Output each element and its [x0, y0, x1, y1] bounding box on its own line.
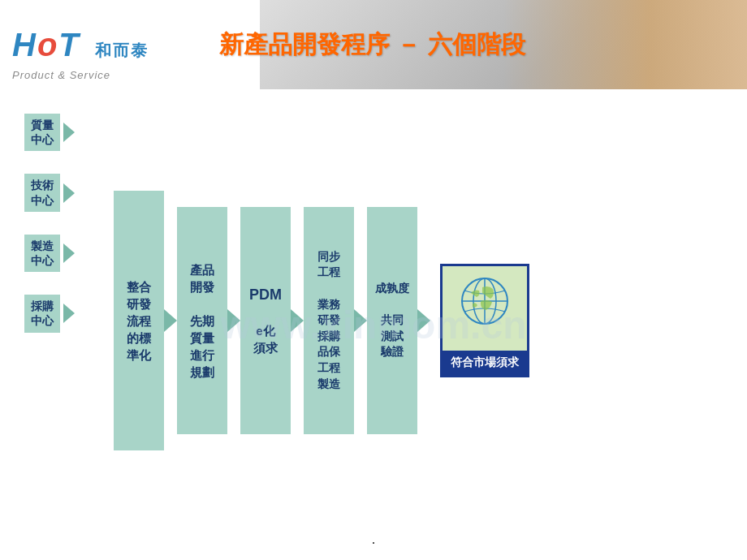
flow-column-5: 成孰度共同測試驗證: [367, 207, 417, 434]
flow-column-1: 整合研發流程的標準化: [114, 191, 164, 450]
logo-chinese: 和而泰: [95, 41, 149, 59]
hand-image: [503, 0, 747, 89]
page-title: 新產品開發程序 － 六個階段: [219, 28, 525, 62]
flow-column-3: PDM e化須求: [240, 207, 291, 434]
mfg-arrow: [63, 243, 75, 263]
product-service-label: Product & Service: [12, 69, 110, 81]
flow-area: 整合研發流程的標準化 產品開發先期質量進行規劃 PDM e化須求 同步工程業務研…: [114, 106, 723, 536]
flow-column-4: 同步工程業務研發採購品保工程製造: [304, 207, 354, 434]
label-purchase: 採購中心: [24, 295, 75, 332]
result-label: 符合市場須求: [443, 351, 527, 375]
tech-arrow: [63, 183, 75, 203]
globe-icon: [456, 273, 513, 330]
purchase-label: 採購中心: [24, 295, 60, 332]
left-labels: 質量中心 技術中心 製造中心 採購中心: [24, 114, 75, 333]
arrow-2-3: [227, 309, 240, 332]
header: HoT 和而泰 Product & Service 新產品開發程序 － 六個階段: [0, 0, 747, 89]
dot: .: [371, 531, 375, 548]
main-content: www.xinmom.cn 質量中心 技術中心 製造中心 採購中心 整合研發流程…: [0, 89, 747, 560]
quality-arrow: [63, 123, 75, 142]
label-tech: 技術中心: [24, 174, 75, 211]
arrow-5-result: [417, 309, 430, 332]
flow-step-5: 成孰度共同測試驗證: [367, 207, 417, 434]
mfg-label: 製造中心: [24, 235, 60, 272]
tech-label: 技術中心: [24, 174, 60, 211]
label-mfg: 製造中心: [24, 235, 75, 272]
logo: HoT 和而泰: [12, 27, 211, 62]
arrow-3-4: [291, 309, 304, 332]
arrow-4-5: [354, 309, 367, 332]
result-box: 符合市場須求: [440, 264, 529, 377]
flow-step-1: 整合研發流程的標準化: [114, 191, 164, 450]
flow-column-2: 產品開發先期質量進行規劃: [177, 207, 227, 434]
label-quality: 質量中心: [24, 114, 75, 151]
flow-step-4: 同步工程業務研發採購品保工程製造: [304, 207, 354, 434]
logo-area: HoT 和而泰 Product & Service: [0, 0, 211, 89]
pdm-label: PDM: [249, 285, 282, 305]
flow-step-3: PDM e化須求: [240, 207, 291, 434]
arrow-1-2: [164, 309, 177, 332]
purchase-arrow: [63, 304, 75, 323]
flow-step-2: 產品開發先期質量進行規劃: [177, 207, 227, 434]
quality-label: 質量中心: [24, 114, 60, 151]
